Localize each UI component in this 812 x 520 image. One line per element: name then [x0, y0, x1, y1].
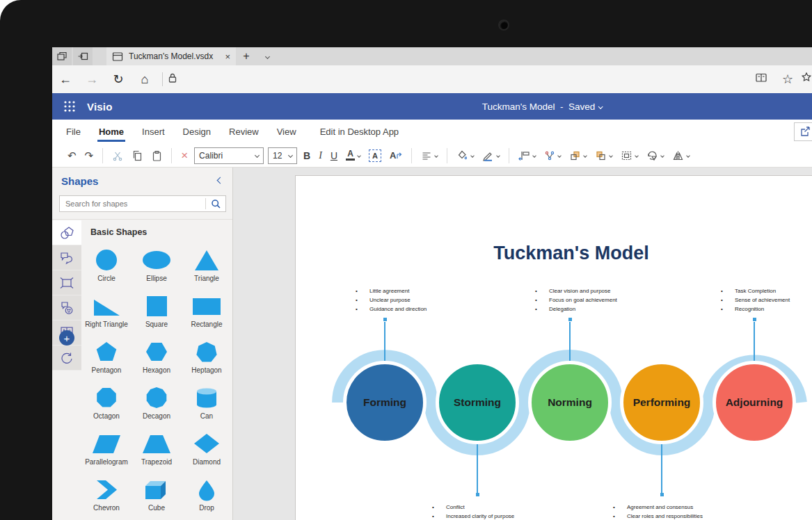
set-tabs-aside-icon: [77, 51, 88, 62]
hub-favorites-button[interactable]: [801, 72, 812, 88]
drawing-page[interactable]: Tuckman's Model: [295, 175, 812, 520]
shape-pentagon[interactable]: Pentagon: [81, 337, 132, 383]
rotate-button[interactable]: [646, 150, 664, 161]
font-color-button[interactable]: A: [346, 150, 360, 161]
shape-rectangle[interactable]: Rectangle: [182, 291, 232, 337]
connector-line: [569, 322, 571, 361]
tab-design[interactable]: Design: [182, 120, 212, 143]
shape-decagon[interactable]: Decagon: [132, 383, 182, 429]
shape-can[interactable]: Can: [182, 383, 232, 429]
collapse-panel-chevron-icon[interactable]: [217, 177, 224, 184]
notes-storming[interactable]: •Conflict •Increased clarity of purpose …: [432, 503, 514, 520]
home-button[interactable]: ⌂: [132, 72, 158, 87]
notes-performing[interactable]: •Agreement and consensus •Clear roles an…: [613, 503, 703, 520]
group-button[interactable]: [621, 150, 638, 161]
stage-forming[interactable]: Forming: [343, 361, 427, 444]
font-name-dropdown[interactable]: Calibri: [194, 147, 264, 164]
shape-heptagon[interactable]: Heptagon: [182, 337, 232, 383]
stage-storming[interactable]: Storming: [436, 361, 519, 444]
stencil-balloons[interactable]: [52, 295, 81, 320]
set-tabs-aside-button[interactable]: [73, 47, 93, 65]
forward-button[interactable]: →: [79, 72, 105, 87]
share-button[interactable]: [794, 122, 812, 141]
shape-trapezoid[interactable]: Trapezoid: [132, 429, 182, 475]
shape-circle[interactable]: Circle: [81, 245, 132, 291]
notes-adjourning[interactable]: •Task Completion •Sense of achievement •…: [721, 286, 790, 314]
shape-octagon[interactable]: Octagon: [81, 383, 132, 429]
underline-button[interactable]: U: [331, 150, 337, 161]
align-shapes-button[interactable]: [518, 150, 536, 161]
document-title-status[interactable]: Tuckman's Model - Saved: [482, 101, 603, 112]
search-button[interactable]: [206, 199, 225, 209]
flip-button[interactable]: [672, 150, 690, 161]
clear-formatting-button[interactable]: A: [390, 150, 402, 161]
notes-norming[interactable]: •Clear vision and purpose •Focus on goal…: [535, 286, 617, 314]
tab-close-icon[interactable]: ×: [225, 51, 230, 62]
tab-review[interactable]: Review: [228, 120, 260, 143]
shape-hexagon[interactable]: Hexagon: [132, 337, 182, 383]
new-tab-button[interactable]: +: [236, 47, 257, 65]
stage-performing[interactable]: Performing: [620, 361, 703, 444]
line-color-button[interactable]: [482, 150, 500, 161]
stage-norming[interactable]: Norming: [528, 361, 612, 444]
browser-window: Tuckman's Model.vsdx × + ← → ↻ ⌂ ☆: [52, 47, 812, 520]
shape-chevron[interactable]: Chevron: [81, 475, 132, 520]
delete-button[interactable]: ×: [181, 149, 188, 163]
banner-icon: [59, 275, 74, 291]
balloon-smiley-icon: [59, 300, 74, 316]
shape-diamond[interactable]: Diamond: [182, 429, 232, 475]
browser-tab[interactable]: Tuckman's Model.vsdx ×: [106, 47, 236, 65]
text-block-button[interactable]: A: [369, 149, 381, 162]
formatting-toolbar: ↶ ↷ × Calibri: [52, 144, 812, 168]
tab-preview-button[interactable]: [52, 47, 72, 65]
connector-layout-button[interactable]: [544, 150, 561, 161]
copy-icon: [132, 150, 143, 161]
app-launcher-waffle-icon[interactable]: [63, 100, 76, 113]
bring-forward-button[interactable]: [569, 150, 587, 161]
shape-square[interactable]: Square: [132, 291, 182, 337]
document-icon: [112, 51, 123, 62]
parallelogram-shape-icon: [91, 432, 122, 456]
chevron-down-icon: [598, 104, 603, 108]
reading-view-button[interactable]: [748, 72, 774, 87]
send-backward-button[interactable]: [595, 150, 612, 161]
shape-parallelogram[interactable]: Parallelogram: [81, 429, 132, 475]
redo-button[interactable]: ↷: [85, 149, 94, 162]
tab-list-dropdown[interactable]: [257, 47, 278, 65]
shape-drop[interactable]: Drop: [182, 475, 232, 520]
tab-file[interactable]: File: [65, 120, 82, 143]
right-triangle-shape-icon: [91, 295, 122, 318]
copy-button[interactable]: [132, 150, 143, 161]
stencil-cycle-arrows[interactable]: [52, 346, 81, 371]
stage-adjourning[interactable]: Adjourning: [713, 361, 796, 444]
undo-button[interactable]: ↶: [67, 149, 77, 162]
shape-ellipse[interactable]: Ellipse: [132, 245, 182, 291]
bold-button[interactable]: B: [303, 150, 310, 161]
fill-color-button[interactable]: [456, 150, 474, 161]
paste-button[interactable]: [151, 150, 162, 161]
stencil-callouts[interactable]: [52, 245, 81, 270]
add-stencil-button[interactable]: +: [59, 330, 74, 346]
shape-search-input[interactable]: [60, 200, 205, 208]
favorite-button[interactable]: ☆: [774, 72, 801, 87]
font-size-dropdown[interactable]: 12: [268, 147, 297, 164]
text-align-button[interactable]: [421, 150, 438, 161]
drawing-canvas[interactable]: Tuckman's Model: [233, 168, 812, 520]
notes-forming[interactable]: •Little agreement •Unclear purpose •Guid…: [356, 286, 427, 314]
tab-view[interactable]: View: [276, 120, 298, 143]
shape-right-triangle[interactable]: Right Triangle: [81, 291, 132, 337]
tab-insert[interactable]: Insert: [141, 120, 166, 143]
shape-triangle[interactable]: Triangle: [182, 245, 232, 291]
refresh-button[interactable]: ↻: [105, 72, 132, 87]
wave-band: [296, 176, 812, 496]
tab-edit-in-desktop-app[interactable]: Edit in Desktop App: [319, 120, 400, 143]
stencil-basic-shapes[interactable]: [52, 220, 81, 245]
stencil-section-title[interactable]: Basic Shapes: [90, 227, 147, 237]
back-button[interactable]: ←: [52, 72, 79, 87]
stencil-banner[interactable]: [52, 270, 81, 295]
ellipse-shape-icon: [141, 249, 172, 273]
shape-cube[interactable]: Cube: [132, 475, 182, 520]
tab-home[interactable]: Home: [97, 120, 125, 143]
cut-button[interactable]: [112, 150, 123, 161]
italic-button[interactable]: I: [319, 150, 322, 161]
